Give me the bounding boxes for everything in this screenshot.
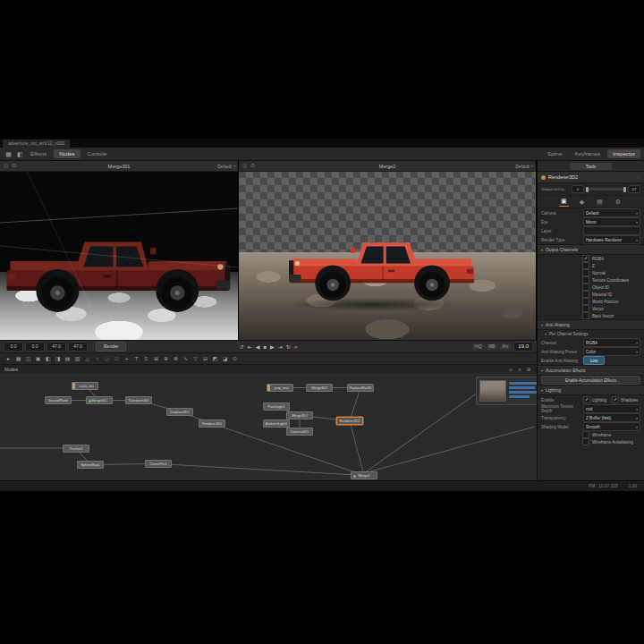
graph-node-displace3d1[interactable]: Displace3D1 (166, 408, 193, 416)
current-frame-field[interactable]: 19.0 (513, 342, 533, 352)
composition-tab[interactable]: adventure_not_artV12_v002 (3, 140, 70, 148)
viewer-left-lut-dropdown[interactable]: Default ▾ (217, 164, 235, 169)
render-range-icon[interactable]: ● (294, 344, 298, 350)
eye-dropdown[interactable]: Mono▾ (583, 217, 640, 226)
channel-dropdown[interactable]: RGBA▾ (583, 338, 640, 347)
node-tool-icon-14[interactable]: T (132, 355, 140, 363)
media-pool-icon[interactable]: ▦ (4, 149, 13, 159)
node-tool-icon-5[interactable]: ◧ (44, 355, 52, 363)
menu-button-keyframes[interactable]: Keyframes (570, 149, 606, 158)
go-to-end-icon[interactable]: ⇥ (278, 343, 283, 350)
quality-button-prx[interactable]: Prx (499, 343, 511, 350)
go-to-start-icon[interactable]: ⇤ (248, 343, 252, 350)
node-tool-icon-23[interactable]: ◪ (221, 355, 229, 363)
graph-node-merge2[interactable]: Merge2 (351, 471, 377, 479)
maximum-texture-depth-dropdown[interactable]: mid▾ (583, 404, 640, 413)
node-tool-icon-7[interactable]: ▤ (64, 355, 72, 363)
graph-node-ambientlight1[interactable]: AmbientLight1 (263, 419, 290, 428)
tab-image-icon[interactable]: ▤ (595, 198, 605, 207)
node-tool-icon-21[interactable]: ⊟ (201, 355, 209, 363)
node-tool-icon-18[interactable]: ⊗ (172, 355, 180, 363)
section-output-channels[interactable]: ▾Output Channels (538, 244, 644, 255)
checkbox-row-normal[interactable]: Normal (538, 269, 644, 276)
node-tool-icon-10[interactable]: ○ (93, 355, 101, 363)
shading-model-dropdown[interactable]: Smooth▾ (583, 422, 640, 431)
graph-node-renderer301[interactable]: Renderer301 (199, 419, 225, 428)
checkbox-row-world-position[interactable]: World Position (538, 298, 644, 305)
node-tool-icon-6[interactable]: ◨ (54, 355, 62, 363)
checkbox-row-material-id[interactable]: Material ID (538, 291, 644, 298)
menu-button-spline[interactable]: Spline (542, 149, 568, 158)
quality-button-mb[interactable]: MB (487, 343, 498, 350)
checkbox-row-back-vector[interactable]: Back Vector (538, 312, 644, 319)
organize-icon[interactable]: ≡ (516, 367, 523, 372)
node-tool-icon-15[interactable]: ≡ (142, 355, 150, 363)
graph-node-spheremap1[interactable]: SphereMap1 (77, 461, 104, 469)
graph-node-jeep-mat[interactable]: jeep_mat (267, 384, 293, 392)
range-handle-in[interactable] (586, 187, 589, 192)
graph-node-transform301[interactable]: Transform301 (125, 396, 152, 404)
graph-node-replacemat3d[interactable]: ReplaceMat3D (347, 384, 374, 392)
graph-node-merge3d2[interactable]: Merge3D2 (306, 384, 333, 392)
checkbox-row-z[interactable]: Z (538, 262, 644, 269)
transparency-dropdown[interactable]: Z Buffer (fast)▾ (583, 413, 640, 422)
node-menu-icon[interactable]: ⋯ (636, 174, 640, 180)
graph-node-renderer3d2[interactable]: Renderer3D2 (336, 417, 363, 425)
node-tool-icon-2[interactable]: ▦ (14, 355, 22, 363)
anti-aliasing-preset-dropdown[interactable]: Color▾ (583, 347, 640, 356)
checkbox-row-rgba[interactable]: RGBA (538, 255, 644, 262)
node-tool-icon-11[interactable]: ◇ (103, 355, 111, 363)
range-handle-out[interactable] (623, 187, 626, 192)
render-button[interactable]: Render (96, 342, 126, 352)
checkbox-shadows[interactable]: Shadows (612, 396, 638, 403)
graph-node-merge3d1[interactable]: Merge3D1 (286, 411, 313, 419)
graph-node-cornerpin1[interactable]: CornerPin1 (145, 460, 172, 468)
menu-button-console[interactable]: Console (82, 149, 113, 158)
node-tool-icon-19[interactable]: ∿ (182, 355, 190, 363)
section-per-channel-settings[interactable]: ▾Per Channel Settings (538, 330, 644, 338)
graph-node-tracker1[interactable]: Tracker1 (63, 445, 89, 453)
inspector-tools-tab[interactable]: Tools (570, 163, 613, 170)
camera-dropdown[interactable]: Default▾ (583, 208, 640, 217)
menu-button-nodes[interactable]: Nodes (54, 149, 80, 158)
checkbox-row-wireframe-antialiasing[interactable]: Wireframe Antialiasing (538, 438, 644, 445)
node-graph[interactable]: rocks_texGroundPlaneMerge301Transform301… (0, 373, 537, 480)
tab-controls-icon[interactable]: ▣ (559, 197, 569, 207)
viewer-right-lut-dropdown[interactable]: Default ▾ (515, 164, 533, 169)
menu-button-effects[interactable]: Effects (25, 149, 52, 158)
node-tool-icon-16[interactable]: ⊞ (152, 355, 160, 363)
global-out-field[interactable]: 47 (628, 185, 640, 193)
menu-button-inspector[interactable]: Inspector (607, 149, 640, 158)
graph-node-pointlight1[interactable]: PointLight1 (263, 402, 290, 411)
node-tool-icon-9[interactable]: △ (83, 355, 91, 363)
play-icon[interactable]: ▶ (270, 343, 275, 350)
transport-field-0[interactable]: 0.0 (4, 342, 23, 352)
quality-button-hiq[interactable]: HiQ (472, 343, 485, 350)
section-accumulation-effects[interactable]: ▾Accumulation Effects (538, 365, 644, 376)
node-tool-icon-12[interactable]: □ (113, 355, 121, 363)
checkbox-lighting[interactable]: Lighting (583, 396, 606, 403)
graph-node-groundplane[interactable]: GroundPlane (45, 396, 72, 404)
stop-icon[interactable]: ■ (263, 344, 267, 350)
node-tool-icon-8[interactable]: ▥ (73, 355, 81, 363)
node-tool-icon-13[interactable]: + (123, 355, 131, 363)
section-lighting[interactable]: ▾Lighting (538, 385, 644, 395)
render-type-dropdown[interactable]: Hardware Renderer▾ (583, 235, 640, 244)
loop-icon[interactable]: ↺ (240, 343, 244, 350)
tab-materials-icon[interactable]: ◆ (578, 198, 586, 207)
checkbox-row-wireframe[interactable]: Wireframe (538, 431, 644, 438)
node-tool-icon-17[interactable]: ⊕ (162, 355, 170, 363)
node-tool-icon-1[interactable]: ▸ (4, 355, 13, 363)
enable-anti-aliasing-value[interactable]: Low (583, 356, 605, 365)
viewer-right-canvas[interactable] (239, 171, 536, 340)
enable-accumulation-effects-button[interactable]: Enable Accumulation Effects (541, 376, 640, 385)
roi-icon[interactable]: ⊡ (11, 162, 17, 170)
node-tool-icon-3[interactable]: ◫ (24, 355, 32, 363)
preview-thumbnail[interactable] (479, 380, 506, 402)
checkbox-row-texture-coordinates[interactable]: Texture Coordinates (538, 276, 644, 284)
graph-node-rocks-tex[interactable]: rocks_tex (72, 382, 98, 390)
checkbox-row-object-id[interactable]: Object ID (538, 284, 644, 291)
node-tool-icon-24[interactable]: ⊙ (231, 355, 239, 363)
transport-field-1[interactable]: 0.0 (25, 342, 45, 352)
tab-settings-icon[interactable]: ⚙ (614, 198, 623, 207)
